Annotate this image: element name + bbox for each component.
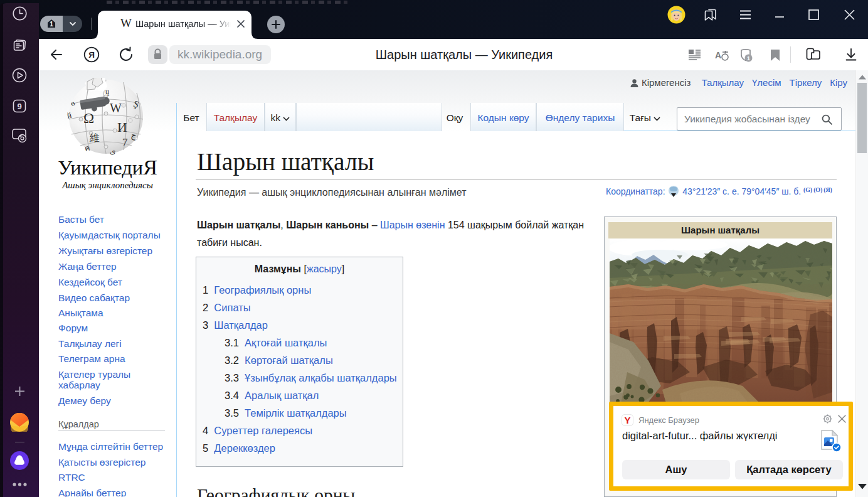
svg-text:1: 1	[747, 55, 750, 61]
svg-text:W: W	[110, 101, 122, 115]
svg-text:ی: ی	[110, 147, 115, 156]
svg-text:維: 維	[89, 132, 100, 143]
svg-text:И: И	[117, 119, 127, 135]
svg-text:7: 7	[122, 136, 128, 148]
svg-text:Ω: Ω	[83, 110, 94, 126]
svg-text:А: А	[715, 50, 721, 60]
svg-text:Я: Я	[88, 50, 95, 60]
svg-text:ų: ų	[105, 87, 109, 96]
svg-text:9: 9	[17, 102, 21, 111]
svg-text:1: 1	[50, 21, 53, 28]
